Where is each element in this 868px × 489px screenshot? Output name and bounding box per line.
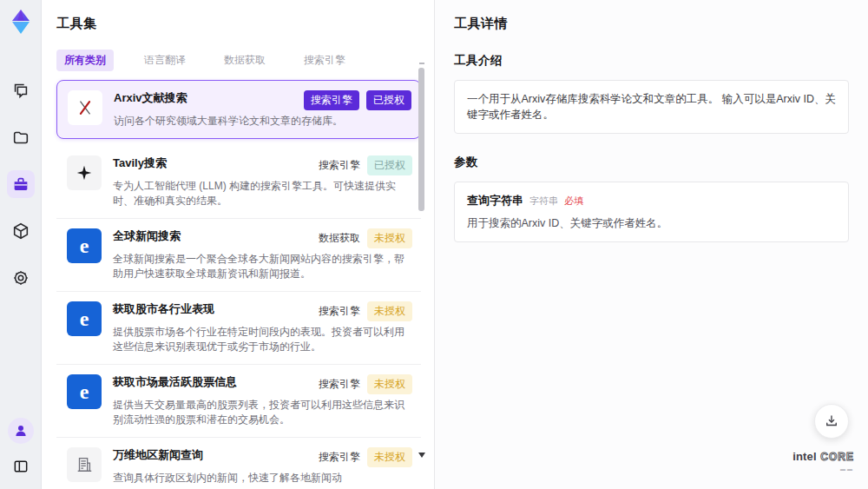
scrollbar-top-dash [419, 63, 424, 64]
tool-name: 获取股市各行业表现 [113, 301, 214, 316]
category-tabs: 所有类别 语言翻译 数据获取 搜索引擎 [56, 50, 434, 71]
sidebar-item-settings[interactable] [7, 264, 35, 292]
sidebar-item-tools[interactable] [7, 170, 35, 198]
toolset-panel: 工具集 所有类别 语言翻译 数据获取 搜索引擎 Arxiv文献搜索 [42, 0, 434, 489]
core-wordmark: CORE [820, 451, 854, 463]
tool-description: 专为人工智能代理 (LLM) 构建的搜索引擎工具。可快速提供实时、准确和真实的结… [113, 179, 412, 208]
tool-card-regional-news[interactable]: 万维地区新闻查询 搜索引擎 未授权 查询具体行政区划内的新闻，快速了解各地新闻动 [56, 438, 421, 489]
tool-name: Tavily搜索 [113, 155, 167, 170]
tool-card-global-news[interactable]: e 全球新闻搜索 数据获取 未授权 全球新闻搜索是一个聚合全球各大新闻网站内容的… [56, 219, 421, 292]
intro-heading: 工具介绍 [454, 53, 849, 69]
gear-icon [11, 268, 30, 287]
tool-card-active-stocks[interactable]: e 获取市场最活跃股票信息 搜索引擎 未授权 提供当天交易量最高的股票列表，投资… [56, 365, 421, 438]
collapse-panel-button[interactable] [7, 453, 35, 480]
parameter-card: 查询字符串 字符串 必填 用于搜索的Arxiv ID、关键字或作者姓名。 [454, 182, 849, 242]
tool-description: 提供当天交易量最高的股票列表，投资者可以利用这些信息来识别流动性强的股票和潜在的… [113, 398, 412, 427]
tool-description: 查询具体行政区划内的新闻，快速了解各地新闻动 [113, 471, 412, 486]
scroll-down-arrow-icon[interactable] [418, 453, 425, 458]
param-description: 用于搜索的Arxiv ID、关键字或作者姓名。 [467, 216, 836, 231]
category-label: 搜索引擎 [319, 301, 360, 321]
tool-card-arxiv[interactable]: Arxiv文献搜索 搜索引擎 已授权 访问各个研究领域大量科学论文和文章的存储库… [56, 80, 421, 139]
tool-details-panel: 工具详情 工具介绍 一个用于从Arxiv存储库搜索科学论文和文章的工具。 输入可… [434, 0, 868, 489]
diamond-logo-icon [7, 8, 35, 36]
tab-data-fetch[interactable]: 数据获取 [216, 50, 273, 71]
page-title: 工具集 [56, 16, 434, 32]
status-badge: 未授权 [367, 228, 412, 248]
status-badge: 未授权 [367, 447, 412, 467]
tool-name: Arxiv文献搜索 [114, 90, 187, 105]
details-title: 工具详情 [454, 16, 849, 32]
category-label: 搜索引擎 [319, 155, 360, 175]
building-logo-icon [67, 447, 102, 482]
tool-name: 万维地区新闻查询 [113, 447, 203, 462]
category-label: 搜索引擎 [319, 374, 360, 394]
tool-description: 提供股票市场各个行业在特定时间段内的表现。投资者可以利用这些信息来识别表现优于或… [113, 325, 412, 354]
news-logo-icon: e [67, 374, 102, 409]
tool-name: 获取市场最活跃股票信息 [113, 374, 237, 389]
param-name: 查询字符串 [467, 193, 523, 208]
app-logo[interactable] [4, 5, 37, 38]
panel-layout-icon [12, 458, 30, 475]
download-icon [824, 413, 839, 429]
tool-list: Arxiv文献搜索 搜索引擎 已授权 访问各个研究领域大量科学论文和文章的存储库… [56, 80, 421, 489]
param-required-badge: 必填 [564, 195, 583, 208]
sidebar-item-chat[interactable] [7, 76, 35, 104]
sidebar-rail [0, 0, 42, 489]
download-button[interactable] [814, 404, 849, 439]
tool-card-tavily[interactable]: Tavily搜索 搜索引擎 已授权 专为人工智能代理 (LLM) 构建的搜索引擎… [56, 146, 421, 219]
user-icon [13, 423, 29, 439]
tool-description: 全球新闻搜索是一个聚合全球各大新闻网站内容的搜索引擎，帮助用户快速获取全球最新资… [113, 252, 412, 281]
sidebar-item-plugins[interactable] [7, 217, 35, 245]
logo-underline: ▬▬ [792, 464, 854, 475]
arxiv-logo-icon [68, 90, 102, 125]
status-badge: 未授权 [367, 374, 412, 394]
status-badge: 已授权 [366, 90, 411, 110]
user-avatar[interactable] [8, 418, 34, 444]
news-logo-icon: e [67, 301, 102, 336]
tab-translation[interactable]: 语言翻译 [136, 50, 194, 71]
tab-search-engine[interactable]: 搜索引擎 [296, 50, 353, 71]
list-scrollbar[interactable] [418, 61, 425, 482]
params-heading: 参数 [454, 155, 849, 170]
category-label: 数据获取 [319, 228, 360, 248]
tool-description: 访问各个研究领域大量科学论文和文章的存储库。 [114, 114, 411, 129]
status-badge: 已授权 [367, 155, 412, 175]
tool-name: 全球新闻搜索 [113, 228, 181, 243]
intel-core-logo: intel CORE ▬▬ [792, 450, 854, 475]
toolbox-icon [11, 175, 30, 194]
sidebar-item-files[interactable] [7, 123, 35, 151]
folder-icon [11, 128, 30, 147]
category-label: 搜索引擎 [319, 447, 360, 467]
chat-icon [11, 81, 30, 100]
cube-icon [11, 221, 30, 241]
news-logo-icon: e [67, 228, 102, 263]
sparkle-logo-icon [67, 155, 102, 190]
status-badge: 未授权 [367, 301, 412, 321]
tab-all-categories[interactable]: 所有类别 [56, 50, 114, 71]
param-type: 字符串 [529, 195, 558, 208]
tool-intro-text: 一个用于从Arxiv存储库搜索科学论文和文章的工具。 输入可以是Arxiv ID… [467, 91, 836, 122]
tool-card-sector-performance[interactable]: e 获取股市各行业表现 搜索引擎 未授权 提供股票市场各个行业在特定时间段内的表… [56, 292, 421, 365]
intel-wordmark: intel [792, 450, 817, 463]
app-root: 工具集 所有类别 语言翻译 数据获取 搜索引擎 Arxiv文献搜索 [0, 0, 868, 489]
category-badge: 搜索引擎 [304, 90, 359, 110]
scrollbar-thumb[interactable] [418, 68, 424, 211]
